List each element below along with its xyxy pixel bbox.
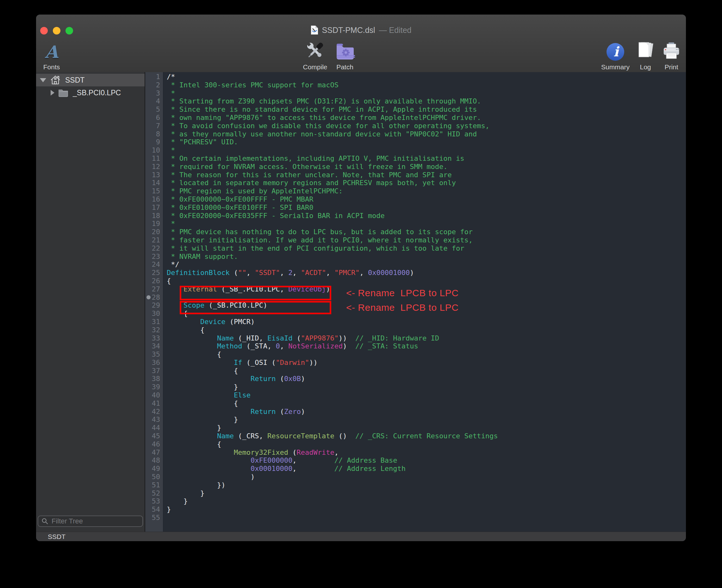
sidebar-item-sb-pci0-lpc[interactable]: _SB.PCI0.LPC	[36, 86, 145, 99]
code-line: Else	[167, 391, 686, 399]
line-number: 48	[145, 456, 163, 465]
window-chrome: SSDT-PMC.dsl — Edited A Fonts	[36, 15, 686, 72]
disclosure-expanded-icon[interactable]	[40, 78, 46, 82]
line-number: 44	[145, 424, 163, 432]
code-line: {	[167, 326, 686, 334]
search-icon	[41, 518, 48, 525]
sidebar-item-ssdt[interactable]: SSDT	[36, 74, 145, 86]
line-number: 43	[145, 416, 163, 424]
maciasl-window: SSDT-PMC.dsl — Edited A Fonts	[36, 15, 686, 541]
code-line: }	[167, 489, 686, 498]
code-line: Name (_CRS, ResourceTemplate () // _CRS:…	[167, 432, 686, 440]
code-line: * NVRAM support.	[167, 253, 686, 261]
line-number: 3	[145, 89, 163, 98]
window-title-edited-suffix: — Edited	[379, 26, 411, 35]
line-number: 1	[145, 73, 163, 81]
line-number: 11	[145, 154, 163, 163]
code-line: * 0xFE020000~0xFE035FFF - SerialIo BAR i…	[167, 212, 686, 220]
window-title: SSDT-PMC.dsl — Edited	[36, 25, 686, 36]
line-number: 15	[145, 187, 163, 195]
line-number: 50	[145, 473, 163, 481]
line-number: 5	[145, 105, 163, 113]
print-printer-icon	[652, 39, 686, 61]
code-line: Memory32Fixed (ReadWrite,	[167, 448, 686, 457]
line-number: 7	[145, 122, 163, 130]
filter-tree-field[interactable]	[38, 516, 143, 527]
code-line: * On certain implementations, including …	[167, 154, 686, 163]
navigation-sidebar: SSDT _SB.PCI0.LPC	[36, 72, 145, 532]
line-number: 6	[145, 113, 163, 122]
code-line: }	[167, 497, 686, 505]
line-number: 36	[145, 359, 163, 367]
code-line: * required for NVRAM access. Otherwise i…	[167, 163, 686, 171]
line-number: 14	[145, 179, 163, 187]
line-number: 31	[145, 318, 163, 326]
code-line: Name (_HID, EisaId ("APP9876")) // _HID:…	[167, 334, 686, 342]
line-number: 34	[145, 342, 163, 350]
code-line: Return (0x0B)	[167, 375, 686, 383]
patch-button[interactable]: Patch	[325, 39, 364, 71]
code-line: /*	[167, 73, 686, 81]
patch-label: Patch	[325, 63, 364, 71]
line-number: 49	[145, 465, 163, 473]
line-number: 22	[145, 244, 163, 253]
sidebar-child-label: _SB.PCI0.LPC	[73, 89, 121, 97]
print-label: Print	[652, 63, 686, 71]
line-number: 38	[145, 375, 163, 383]
code-line: {	[167, 440, 686, 448]
code-line: * Since there is no standard device for …	[167, 105, 686, 113]
code-line: * as they normally use another non-stand…	[167, 130, 686, 138]
line-number: 42	[145, 407, 163, 416]
code-line: *	[167, 219, 686, 228]
line-number: 47	[145, 448, 163, 457]
code-line: )	[167, 473, 686, 481]
line-number: 53	[145, 497, 163, 505]
code-line: *	[167, 89, 686, 98]
filter-tree-input[interactable]	[51, 517, 143, 526]
line-number: 55	[145, 513, 163, 522]
home-icon	[50, 75, 61, 85]
code-line: * PMC device has nothing to do to LPC bu…	[167, 228, 686, 236]
code-line: }	[167, 416, 686, 424]
line-number: 13	[145, 171, 163, 179]
code-line: 0xFE000000, // Address Base	[167, 456, 686, 465]
line-number: 10	[145, 146, 163, 154]
line-number: 54	[145, 505, 163, 513]
line-number: 39	[145, 383, 163, 391]
disclosure-collapsed-icon[interactable]	[50, 90, 55, 96]
window-title-filename: SSDT-PMC.dsl	[322, 26, 375, 35]
fonts-icon: A	[36, 39, 71, 61]
fonts-button[interactable]: A Fonts	[36, 39, 71, 71]
code-line: }	[167, 424, 686, 432]
line-number: 29	[145, 301, 163, 310]
code-line: * Intel 300-series PMC support for macOS	[167, 81, 686, 89]
main-content: SSDT _SB.PCI0.LPC	[36, 72, 686, 532]
code-line: * faster initialisation. If we add it to…	[167, 236, 686, 244]
line-number: 35	[145, 350, 163, 359]
line-number: 9	[145, 138, 163, 146]
line-number-gutter: 1234567891011121314151617181920212223242…	[145, 72, 163, 532]
line-number: 2	[145, 81, 163, 89]
code-line: {	[167, 367, 686, 375]
line-number: 30	[145, 310, 163, 318]
line-number: 12	[145, 163, 163, 171]
line-number: 33	[145, 334, 163, 342]
fonts-label: Fonts	[36, 63, 71, 71]
desktop: { "window_title": { "filename": "SSDT-PM…	[0, 0, 722, 588]
line-marker-dot	[147, 295, 151, 299]
line-number: 19	[145, 219, 163, 228]
code-line: }	[167, 505, 686, 513]
folder-icon	[58, 88, 68, 97]
code-line: * The reason for this is rather unclear.…	[167, 171, 686, 179]
line-number: 45	[145, 432, 163, 440]
highlight-box-external-line	[180, 286, 331, 300]
code-line: */	[167, 260, 686, 269]
document-icon	[311, 25, 318, 35]
code-line: * "PCHRESV" UID.	[167, 138, 686, 146]
highlight-box-scope-line	[180, 301, 331, 314]
line-number: 37	[145, 367, 163, 375]
code-line: * Starting from Z390 chipsets PMC (D31:F…	[167, 97, 686, 105]
code-line	[167, 513, 686, 522]
line-number: 20	[145, 228, 163, 236]
print-button[interactable]: Print	[652, 39, 686, 71]
